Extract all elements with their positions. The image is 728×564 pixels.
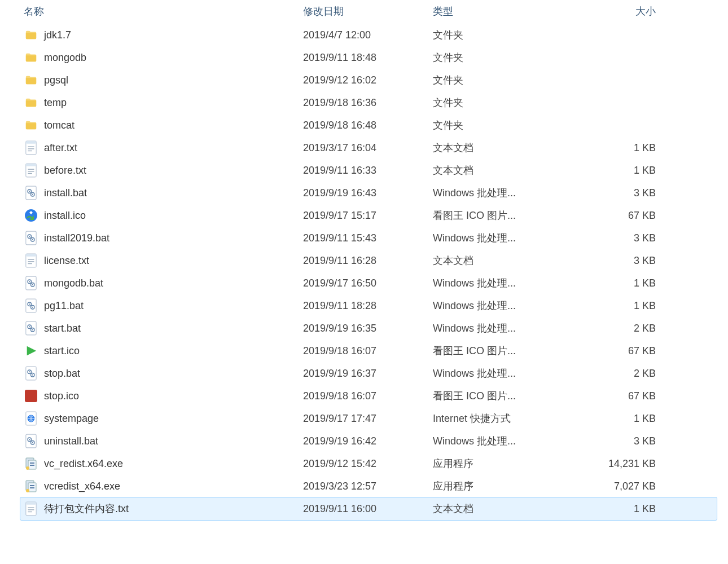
file-row[interactable]: after.txt2019/3/17 16:04文本文档1 KB xyxy=(20,136,717,159)
file-name: vcredist_x64.exe xyxy=(44,481,120,492)
file-name: temp xyxy=(44,97,67,109)
file-row[interactable]: pg11.bat2019/9/11 18:28Windows 批处理...1 K… xyxy=(20,294,717,317)
file-size: 1 KB xyxy=(560,413,661,425)
file-size: 1 KB xyxy=(560,277,661,289)
internet-shortcut-icon xyxy=(24,411,38,426)
file-name: mongodb xyxy=(44,52,86,64)
file-row[interactable]: jdk1.72019/4/7 12:00文件夹 xyxy=(20,24,717,46)
file-name: license.txt xyxy=(44,255,89,267)
column-header-name[interactable]: 名称 xyxy=(24,5,303,18)
file-type: 文本文档 xyxy=(433,254,560,267)
file-name: install.bat xyxy=(44,187,87,199)
file-row[interactable]: install2019.bat2019/9/11 15:43Windows 批处… xyxy=(20,227,717,249)
file-type: 文件夹 xyxy=(433,73,560,87)
installer-exe-icon xyxy=(24,479,38,493)
file-row[interactable]: pgsql2019/9/12 16:02文件夹 xyxy=(20,69,717,91)
batch-file-icon xyxy=(24,276,38,290)
file-size: 67 KB xyxy=(560,390,661,402)
file-row[interactable]: mongodb2019/9/11 18:48文件夹 xyxy=(20,46,717,69)
file-row[interactable]: install.bat2019/9/19 16:43Windows 批处理...… xyxy=(20,182,717,204)
column-header-modified[interactable]: 修改日期 xyxy=(303,5,433,18)
file-row[interactable]: uninstall.bat2019/9/19 16:42Windows 批处理.… xyxy=(20,430,717,452)
file-row[interactable]: temp2019/9/18 16:36文件夹 xyxy=(20,91,717,114)
file-name: stop.bat xyxy=(44,368,80,380)
batch-file-icon xyxy=(24,321,38,336)
file-modified: 2019/9/11 18:48 xyxy=(303,52,433,64)
file-type: Windows 批处理... xyxy=(433,367,560,380)
file-modified: 2019/9/11 16:33 xyxy=(303,165,433,177)
file-modified: 2019/3/17 16:04 xyxy=(303,142,433,154)
file-type: 看图王 ICO 图片... xyxy=(433,389,560,403)
file-modified: 2019/9/19 16:35 xyxy=(303,323,433,334)
file-row[interactable]: license.txt2019/9/11 16:28文本文档3 KB xyxy=(20,249,717,272)
file-type: 文件夹 xyxy=(433,51,560,64)
text-file-icon xyxy=(24,140,38,155)
file-modified: 2019/9/18 16:36 xyxy=(303,97,433,109)
file-modified: 2019/9/19 16:43 xyxy=(303,187,433,199)
file-size: 2 KB xyxy=(560,368,661,380)
file-row[interactable]: stop.bat2019/9/19 16:37Windows 批处理...2 K… xyxy=(20,362,717,385)
installer-exe-icon xyxy=(24,456,38,471)
file-row[interactable]: vcredist_x64.exe2019/3/23 12:57应用程序7,027… xyxy=(20,475,717,497)
file-type: 文本文档 xyxy=(433,164,560,177)
file-size: 1 KB xyxy=(560,300,661,312)
file-size: 67 KB xyxy=(560,345,661,357)
batch-file-icon xyxy=(24,186,38,200)
file-type: Windows 批处理... xyxy=(433,186,560,200)
text-file-icon xyxy=(24,163,38,178)
file-row[interactable]: tomcat2019/9/18 16:48文件夹 xyxy=(20,114,717,136)
folder-icon xyxy=(24,95,38,110)
file-size: 7,027 KB xyxy=(560,481,661,492)
file-type: Windows 批处理... xyxy=(433,434,560,448)
file-name: mongodb.bat xyxy=(44,277,103,289)
file-row[interactable]: mongodb.bat2019/9/17 16:50Windows 批处理...… xyxy=(20,272,717,294)
file-size: 3 KB xyxy=(560,187,661,199)
file-name: tomcat xyxy=(44,120,74,131)
file-size: 3 KB xyxy=(560,232,661,244)
file-row[interactable]: install.ico2019/9/17 15:17看图王 ICO 图片...6… xyxy=(20,204,717,227)
folder-icon xyxy=(24,50,38,65)
file-type: 文本文档 xyxy=(433,141,560,155)
install-ico-icon xyxy=(24,208,38,223)
file-type: 文件夹 xyxy=(433,118,560,132)
file-modified: 2019/9/19 16:37 xyxy=(303,368,433,380)
file-type: 应用程序 xyxy=(433,457,560,470)
file-type: 文件夹 xyxy=(433,96,560,109)
file-modified: 2019/9/12 15:42 xyxy=(303,458,433,470)
file-name: pg11.bat xyxy=(44,300,84,312)
file-type: Internet 快捷方式 xyxy=(433,412,560,425)
folder-icon xyxy=(24,28,38,42)
file-modified: 2019/9/17 16:50 xyxy=(303,277,433,289)
file-row[interactable]: 待打包文件内容.txt2019/9/11 16:00文本文档1 KB xyxy=(20,497,717,520)
file-row[interactable]: vc_redist.x64.exe2019/9/12 15:42应用程序14,2… xyxy=(20,452,717,475)
file-row[interactable]: start.ico2019/9/18 16:07看图王 ICO 图片...67 … xyxy=(20,340,717,362)
batch-file-icon xyxy=(24,366,38,381)
start-ico-icon xyxy=(24,343,38,358)
file-type: Windows 批处理... xyxy=(433,299,560,312)
file-name: install2019.bat xyxy=(44,232,109,244)
file-modified: 2019/9/18 16:07 xyxy=(303,390,433,402)
file-type: 看图王 ICO 图片... xyxy=(433,209,560,222)
column-headers: 名称 修改日期 类型 大小 xyxy=(20,3,717,19)
file-modified: 2019/9/17 15:17 xyxy=(303,210,433,222)
file-name: systempage xyxy=(44,413,99,425)
file-name: pgsql xyxy=(44,74,68,86)
column-header-size[interactable]: 大小 xyxy=(560,5,661,18)
text-file-icon xyxy=(24,253,38,268)
file-type: 应用程序 xyxy=(433,479,560,493)
file-row[interactable]: systempage2019/9/17 17:47Internet 快捷方式1 … xyxy=(20,407,717,430)
stop-ico-icon xyxy=(24,389,38,403)
file-rows-container: jdk1.72019/4/7 12:00文件夹mongodb2019/9/11 … xyxy=(20,24,717,520)
file-name: uninstall.bat xyxy=(44,435,98,447)
file-row[interactable]: stop.ico2019/9/18 16:07看图王 ICO 图片...67 K… xyxy=(20,385,717,407)
file-list-view: 名称 修改日期 类型 大小 jdk1.72019/4/7 12:00文件夹mon… xyxy=(0,0,728,531)
file-size: 2 KB xyxy=(560,323,661,334)
file-name: start.bat xyxy=(44,323,81,334)
file-row[interactable]: start.bat2019/9/19 16:35Windows 批处理...2 … xyxy=(20,317,717,340)
file-row[interactable]: before.txt2019/9/11 16:33文本文档1 KB xyxy=(20,159,717,182)
file-modified: 2019/3/23 12:57 xyxy=(303,481,433,492)
column-header-type[interactable]: 类型 xyxy=(433,5,560,18)
file-modified: 2019/9/11 18:28 xyxy=(303,300,433,312)
file-modified: 2019/4/7 12:00 xyxy=(303,29,433,41)
batch-file-icon xyxy=(24,231,38,245)
